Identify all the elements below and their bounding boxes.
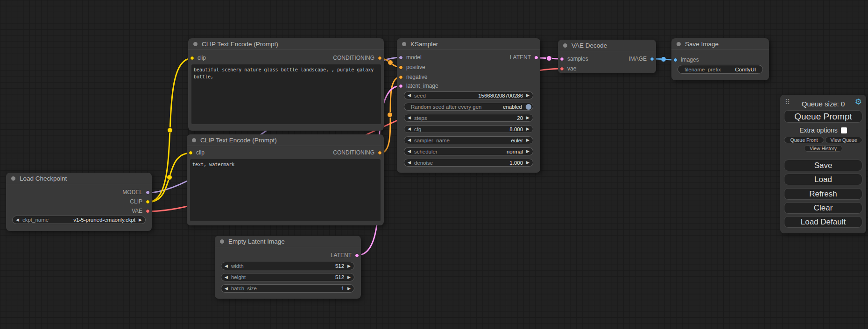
refresh-button[interactable]: Refresh bbox=[784, 188, 862, 200]
latent-slot-dot[interactable] bbox=[534, 56, 538, 60]
node-header[interactable]: Empty Latent Image bbox=[215, 236, 361, 247]
collapse-dot-icon[interactable] bbox=[220, 239, 224, 244]
clip-slot-dot[interactable] bbox=[190, 56, 194, 60]
conditioning-slot-dot[interactable] bbox=[399, 75, 403, 79]
node-header[interactable]: KSampler bbox=[397, 38, 540, 50]
input-slot-label: positive bbox=[406, 64, 425, 70]
node-header[interactable]: Load Checkpoint bbox=[6, 173, 152, 184]
node-header[interactable]: VAE Decode bbox=[558, 40, 656, 51]
clip-slot-dot[interactable] bbox=[189, 151, 193, 155]
view-history-button[interactable]: View History bbox=[804, 145, 842, 152]
width-widget[interactable]: ◀ width 512 ▶ bbox=[221, 262, 354, 270]
node-graph-canvas[interactable]: Load Checkpoint MODEL CLIP VAE ◀ ckpt_na… bbox=[0, 0, 868, 329]
extra-options-checkbox[interactable] bbox=[841, 127, 847, 133]
scheduler-widget[interactable]: ◀ scheduler normal ▶ bbox=[404, 147, 533, 155]
node-header[interactable]: CLIP Text Encode (Prompt) bbox=[187, 134, 384, 146]
load-button[interactable]: Load bbox=[784, 174, 862, 185]
node-load-checkpoint[interactable]: Load Checkpoint MODEL CLIP VAE ◀ ckpt_na… bbox=[6, 173, 152, 231]
increment-arrow-icon[interactable]: ▶ bbox=[526, 149, 529, 154]
drag-handle-icon[interactable]: ⠿ bbox=[785, 98, 790, 105]
decrement-arrow-icon[interactable]: ◀ bbox=[408, 127, 411, 131]
collapse-dot-icon[interactable] bbox=[563, 43, 567, 48]
ckpt-name-widget[interactable]: ◀ ckpt_name v1-5-pruned-emaonly.ckpt ▶ bbox=[12, 216, 146, 224]
decrement-arrow-icon[interactable]: ◀ bbox=[408, 161, 411, 165]
filename-prefix-widget[interactable]: filename_prefix ComfyUI bbox=[677, 65, 763, 74]
increment-arrow-icon[interactable]: ▶ bbox=[139, 218, 142, 222]
collapse-dot-icon[interactable] bbox=[192, 138, 196, 142]
node-ksampler[interactable]: KSampler model positive negative latent_… bbox=[397, 38, 540, 173]
increment-arrow-icon[interactable]: ▶ bbox=[347, 264, 351, 268]
image-slot-dot[interactable] bbox=[650, 57, 654, 61]
input-slot-label: vae bbox=[567, 65, 576, 72]
view-queue-button[interactable]: View Queue bbox=[825, 137, 862, 143]
conditioning-slot-dot[interactable] bbox=[399, 65, 403, 70]
widget-label: Random seed after every gen bbox=[411, 104, 482, 110]
random-seed-toggle-widget[interactable]: Random seed after every gen enabled bbox=[404, 103, 533, 111]
node-clip-text-encode-positive[interactable]: CLIP Text Encode (Prompt) clip CONDITION… bbox=[188, 38, 384, 131]
decrement-arrow-icon[interactable]: ◀ bbox=[408, 116, 411, 120]
vae-slot-dot[interactable] bbox=[560, 67, 564, 71]
queue-prompt-button[interactable]: Queue Prompt bbox=[784, 110, 862, 123]
decrement-arrow-icon[interactable]: ◀ bbox=[16, 218, 19, 222]
prompt-textarea[interactable]: text, watermark bbox=[190, 159, 381, 221]
node-empty-latent-image[interactable]: Empty Latent Image LATENT ◀ width 512 ▶ … bbox=[215, 236, 361, 299]
model-slot-dot[interactable] bbox=[146, 190, 150, 195]
load-default-button[interactable]: Load Default bbox=[784, 216, 862, 228]
output-slot-model: MODEL bbox=[122, 188, 150, 196]
toggle-circle-icon[interactable] bbox=[525, 104, 532, 110]
cfg-widget[interactable]: ◀ cfg 8.000 ▶ bbox=[404, 125, 533, 133]
image-slot-dot[interactable] bbox=[673, 58, 677, 62]
latent-slot-dot[interactable] bbox=[560, 57, 564, 61]
prompt-textarea[interactable]: beautiful scenery nature glass bottle la… bbox=[191, 64, 381, 124]
increment-arrow-icon[interactable]: ▶ bbox=[526, 93, 529, 98]
node-vae-decode[interactable]: VAE Decode samples vae IMAGE bbox=[558, 40, 656, 73]
clear-button[interactable]: Clear bbox=[784, 202, 862, 214]
denoise-widget[interactable]: ◀ denoise 1.000 ▶ bbox=[404, 159, 533, 167]
node-title: Load Checkpoint bbox=[20, 175, 67, 182]
vae-slot-dot[interactable] bbox=[146, 209, 150, 213]
collapse-dot-icon[interactable] bbox=[193, 42, 198, 46]
output-slot-vae: VAE bbox=[132, 207, 150, 215]
queue-panel[interactable]: ⠿ Queue size: 0 ⚙ Queue Prompt Extra opt… bbox=[780, 95, 866, 233]
decrement-arrow-icon[interactable]: ◀ bbox=[408, 93, 411, 98]
collapse-dot-icon[interactable] bbox=[402, 42, 406, 46]
settings-gear-icon[interactable]: ⚙ bbox=[855, 98, 862, 106]
output-slot-label: CONDITIONING bbox=[333, 149, 374, 156]
conditioning-slot-dot[interactable] bbox=[378, 56, 382, 60]
increment-arrow-icon[interactable]: ▶ bbox=[347, 287, 351, 291]
decrement-arrow-icon[interactable]: ◀ bbox=[225, 287, 228, 291]
decrement-arrow-icon[interactable]: ◀ bbox=[408, 149, 411, 154]
collapse-dot-icon[interactable] bbox=[11, 176, 15, 181]
increment-arrow-icon[interactable]: ▶ bbox=[526, 161, 529, 165]
conditioning-slot-dot[interactable] bbox=[378, 151, 382, 155]
node-header[interactable]: Save Image bbox=[671, 38, 769, 50]
save-button[interactable]: Save bbox=[784, 160, 862, 171]
input-slot-vae: vae bbox=[560, 64, 576, 73]
node-header[interactable]: CLIP Text Encode (Prompt) bbox=[188, 38, 384, 50]
batch-size-widget[interactable]: ◀ batch_size 1 ▶ bbox=[221, 284, 354, 293]
output-slot-conditioning: CONDITIONING bbox=[333, 148, 382, 157]
collapse-dot-icon[interactable] bbox=[677, 42, 681, 46]
decrement-arrow-icon[interactable]: ◀ bbox=[225, 264, 228, 268]
latent-slot-dot[interactable] bbox=[355, 253, 359, 258]
clip-slot-dot[interactable] bbox=[146, 200, 150, 204]
node-clip-text-encode-negative[interactable]: CLIP Text Encode (Prompt) clip CONDITION… bbox=[187, 134, 384, 225]
decrement-arrow-icon[interactable]: ◀ bbox=[225, 275, 228, 280]
output-slot-label: CONDITIONING bbox=[333, 55, 374, 61]
widget-value: ComfyUI bbox=[735, 67, 756, 72]
steps-widget[interactable]: ◀ steps 20 ▶ bbox=[404, 114, 533, 122]
sampler-name-widget[interactable]: ◀ sampler_name euler ▶ bbox=[404, 136, 533, 144]
queue-front-button[interactable]: Queue Front bbox=[784, 137, 824, 143]
increment-arrow-icon[interactable]: ▶ bbox=[347, 275, 351, 280]
decrement-arrow-icon[interactable]: ◀ bbox=[408, 138, 411, 142]
increment-arrow-icon[interactable]: ▶ bbox=[526, 116, 529, 120]
node-save-image[interactable]: Save Image images filename_prefix ComfyU… bbox=[671, 38, 769, 80]
output-slot-label: LATENT bbox=[510, 54, 531, 61]
model-slot-dot[interactable] bbox=[399, 56, 403, 60]
increment-arrow-icon[interactable]: ▶ bbox=[526, 138, 529, 142]
latent-slot-dot[interactable] bbox=[399, 84, 403, 88]
increment-arrow-icon[interactable]: ▶ bbox=[526, 127, 529, 131]
seed-widget[interactable]: ◀ seed 156680208700286 ▶ bbox=[404, 91, 533, 99]
height-widget[interactable]: ◀ height 512 ▶ bbox=[221, 273, 354, 281]
widget-value: v1-5-pruned-emaonly.ckpt bbox=[73, 217, 135, 223]
